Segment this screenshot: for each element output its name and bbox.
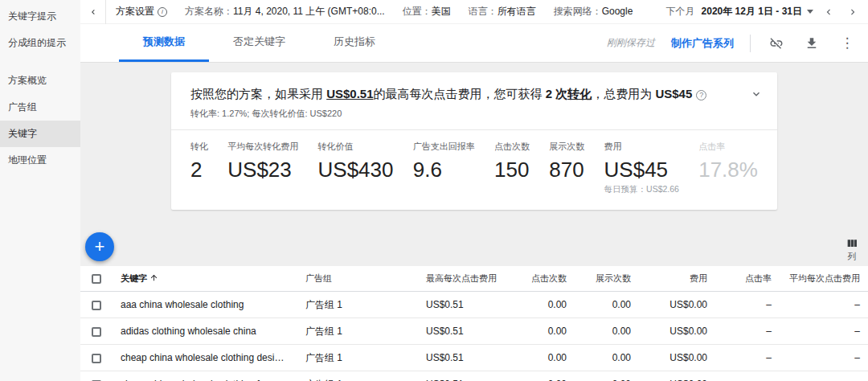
row-checkbox[interactable] (92, 327, 101, 337)
sidebar-group-plan: 方案概览 广告组 关键字 地理位置 (0, 68, 80, 174)
period-label: 下个月 (666, 5, 695, 18)
download-icon (805, 36, 819, 51)
date-range-value: 2020年 12月 1日 - 31日 (702, 5, 802, 18)
unlink-button[interactable] (767, 34, 786, 53)
column-header-label: 关键字 (121, 273, 147, 283)
table-row: aaa china wholesale clothing 广告组 1 US$0.… (80, 292, 868, 318)
metric-label: 点击次数 (494, 141, 530, 153)
metric-label: 点击率 (698, 141, 758, 153)
sidebar-item-locations[interactable]: 地理位置 (0, 147, 80, 174)
next-period-button[interactable] (844, 3, 862, 21)
toolbar: 预测数据 否定关键字 历史指标 刚刚保存过 制作广告系列 (80, 24, 868, 63)
cell-impressions: 0.00 (575, 318, 639, 345)
metric-roas: 广告支出回报率 9.6 (413, 141, 475, 195)
column-header-clicks[interactable]: 点击次数 (506, 266, 575, 292)
date-range-select[interactable]: 2020年 12月 1日 - 31日 (702, 5, 813, 18)
cell-max-cpc[interactable]: US$0.51 (418, 318, 506, 345)
language-value: 所有语言 (497, 6, 536, 17)
column-header-ctr[interactable]: 点击率 (715, 266, 780, 292)
kebab-menu-icon: ⋮ (841, 36, 854, 50)
network-field[interactable]: 搜索网络：Google (554, 5, 633, 18)
prev-period-button[interactable] (820, 3, 837, 21)
plan-settings-button[interactable]: 方案设置 i (116, 5, 167, 18)
select-all-checkbox[interactable] (92, 274, 101, 284)
more-options-button[interactable]: ⋮ (837, 34, 857, 53)
metric-value: 870 (549, 158, 584, 182)
language-field[interactable]: 语言：所有语言 (469, 5, 536, 18)
column-header-avg-cpc[interactable]: 平均每次点击费用 (780, 266, 868, 292)
table-row: cheap china wholesale clothing designer … (80, 345, 868, 371)
sidebar-item-keyword-ideas[interactable]: 关键字提示 (0, 3, 80, 30)
headline-cpc[interactable]: US$0.51 (326, 87, 373, 100)
cell-ctr: – (715, 318, 780, 345)
cell-max-cpc[interactable]: US$0.51 (418, 345, 506, 371)
main-area: 方案设置 i 方案名称：11月 4, 2020, 11 上午 (GMT+08:0… (80, 0, 868, 381)
columns-icon (845, 237, 858, 250)
column-header-ad-group[interactable]: 广告组 (297, 266, 418, 292)
tabs: 预测数据 否定关键字 历史指标 (119, 24, 399, 62)
plan-name-label: 方案名称： (185, 6, 233, 17)
cell-impressions: 0.00 (575, 345, 639, 371)
headline-text: 的最高每次点击费用，您可获得 (374, 87, 546, 100)
keywords-table: 关键字 广告组 最高每次点击费用 点击次数 展示次数 费用 点击率 平均每次点击… (80, 266, 868, 381)
cell-clicks: 0.00 (506, 345, 575, 371)
table-row: adidas clothing wholesale china 广告组 1 US… (80, 318, 868, 345)
metric-label: 广告支出回报率 (413, 141, 475, 153)
tab-negative-keywords[interactable]: 否定关键字 (209, 24, 309, 62)
location-field[interactable]: 位置：美国 (403, 5, 451, 18)
metric-value: 17.8% (698, 158, 758, 182)
content-area: 按照您的方案，如果采用 US$0.51的最高每次点击费用，您可获得 2 次转化，… (80, 63, 868, 381)
column-header-cost[interactable]: 费用 (639, 266, 715, 292)
tab-historical-metrics[interactable]: 历史指标 (309, 24, 399, 62)
metric-value: 150 (494, 158, 530, 182)
cell-avg-cpc: – (780, 345, 868, 371)
cell-ad-group: 广告组 1 (297, 371, 418, 381)
help-icon[interactable]: ? (696, 90, 706, 100)
cell-cost: US$0.00 (639, 345, 715, 371)
sidebar-item-plan-overview[interactable]: 方案概览 (0, 68, 80, 94)
headline-text: 按照您的方案，如果采用 (190, 87, 326, 100)
plan-name-field[interactable]: 方案名称：11月 4, 2020, 11 上午 (GMT+08:0... (185, 5, 385, 18)
sidebar-item-grouped-ideas[interactable]: 分成组的提示 (0, 30, 80, 56)
cell-keyword: aaa china wholesale clothing (113, 292, 297, 318)
columns-button[interactable]: 列 (845, 237, 858, 263)
network-label: 搜索网络： (554, 6, 602, 17)
sort-ascending-icon (149, 273, 158, 282)
card-header: 按照您的方案，如果采用 US$0.51的最高每次点击费用，您可获得 2 次转化，… (171, 72, 777, 104)
cell-max-cpc[interactable]: US$0.51 (418, 371, 506, 381)
metric-cost: 费用 US$45 每日预算：US$2.66 (604, 141, 679, 195)
metric-clicks: 点击次数 150 (494, 141, 530, 195)
back-button[interactable] (80, 0, 106, 24)
sidebar-item-ad-groups[interactable]: 广告组 (0, 94, 80, 121)
metric-label: 转化 (190, 141, 208, 153)
sidebar-item-keywords[interactable]: 关键字 (0, 121, 80, 147)
create-campaign-button[interactable]: 制作广告系列 (671, 36, 734, 51)
cell-max-cpc[interactable]: US$0.51 (418, 292, 506, 318)
metric-value: 2 (190, 158, 208, 182)
cell-ctr: – (715, 345, 780, 371)
column-header-max-cpc[interactable]: 最高每次点击费用 (418, 266, 506, 292)
columns-label: 列 (848, 251, 857, 263)
plan-settings-label: 方案设置 (116, 5, 154, 18)
metric-label: 转化价值 (318, 141, 394, 153)
row-checkbox[interactable] (92, 354, 101, 363)
link-off-icon (769, 36, 784, 51)
download-button[interactable] (802, 34, 821, 53)
column-header-keyword[interactable]: 关键字 (113, 266, 297, 292)
collapse-summary-button[interactable] (747, 84, 766, 104)
headline-conversion-term[interactable]: 转化 (567, 87, 592, 100)
headline-total-cost: US$45 (655, 87, 692, 100)
row-checkbox[interactable] (92, 301, 101, 310)
cell-impressions: 0.00 (575, 292, 639, 318)
plus-icon: + (95, 236, 105, 257)
metric-conversion-value: 转化价值 US$430 (318, 141, 394, 195)
tab-forecast-data[interactable]: 预测数据 (119, 24, 209, 62)
location-value: 美国 (432, 6, 451, 17)
daily-budget: 每日预算：US$2.66 (604, 184, 679, 195)
cell-keyword: cheap china wholesale clothing free ship… (113, 371, 297, 381)
saved-status: 刚刚保存过 (607, 36, 655, 50)
table-header-row: 关键字 广告组 最高每次点击费用 点击次数 展示次数 费用 点击率 平均每次点击… (80, 266, 868, 292)
column-header-impressions[interactable]: 展示次数 (575, 266, 639, 292)
cell-avg-cpc: – (780, 292, 868, 318)
add-keyword-button[interactable]: + (85, 232, 114, 261)
